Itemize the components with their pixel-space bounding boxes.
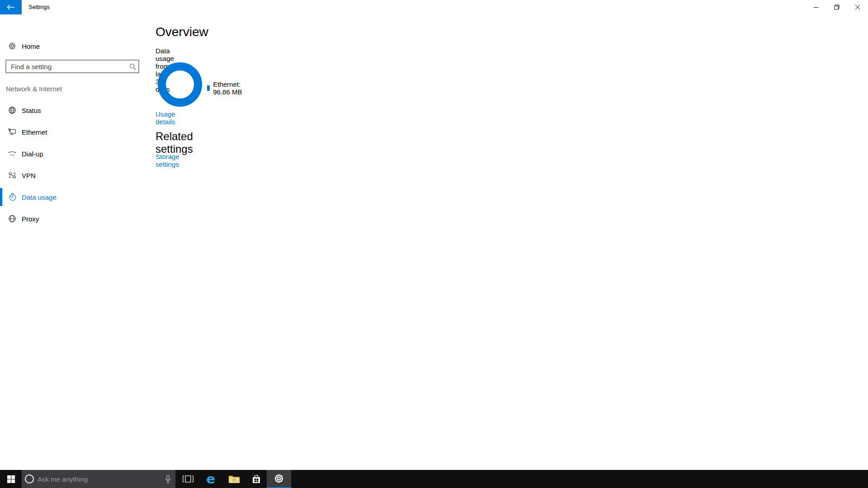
globe-icon <box>8 106 17 115</box>
pie-chart-icon <box>8 192 17 202</box>
sidebar-item-data-usage[interactable]: Data usage <box>0 187 145 207</box>
related-settings-heading: Related settings <box>156 130 193 155</box>
sidebar-item-label: Proxy <box>22 215 39 223</box>
back-button[interactable] <box>0 0 22 14</box>
legend-label: Ethernet: 96.86 MB <box>213 80 243 96</box>
sidebar-item-label: Ethernet <box>22 128 47 136</box>
proxy-globe-icon <box>8 214 17 223</box>
back-arrow-icon <box>7 4 15 10</box>
windows-logo-icon <box>7 475 15 483</box>
edge-icon: e <box>206 473 215 486</box>
taskbar-search-placeholder: Ask me anything <box>38 475 160 483</box>
file-explorer-button[interactable] <box>222 470 246 488</box>
sidebar-item-label: Status <box>22 107 41 114</box>
data-usage-donut-chart <box>158 62 202 107</box>
sidebar-item-proxy[interactable]: Proxy <box>0 209 145 229</box>
title-bar: Settings <box>0 0 868 14</box>
usage-details-link[interactable]: Usage details <box>156 110 175 126</box>
sidebar-item-label: Data usage <box>22 193 57 201</box>
search-input[interactable] <box>6 63 127 70</box>
task-view-icon <box>183 475 193 483</box>
search-icon[interactable] <box>127 63 138 70</box>
sidebar-section-label: Network & Internet <box>6 85 62 93</box>
page-title: Overview <box>156 25 208 39</box>
sidebar-item-home[interactable]: Home <box>0 36 145 56</box>
gear-icon <box>8 42 17 51</box>
settings-sidebar: Home Network & Internet Status Ethernet <box>0 14 145 470</box>
microphone-icon[interactable] <box>160 470 175 488</box>
sidebar-item-label: Dial-up <box>22 150 43 158</box>
chart-legend: Ethernet: 96.86 MB <box>207 80 243 96</box>
minimize-icon <box>813 5 819 10</box>
vpn-icon <box>8 171 17 180</box>
start-button[interactable] <box>0 470 22 488</box>
sidebar-item-dialup[interactable]: Dial-up <box>0 144 145 164</box>
taskbar: Ask me anything e <box>0 470 868 488</box>
window-title: Settings <box>28 4 50 10</box>
sidebar-item-ethernet[interactable]: Ethernet <box>0 122 145 142</box>
close-icon <box>855 5 860 10</box>
store-button[interactable] <box>246 470 267 488</box>
sidebar-item-status[interactable]: Status <box>0 100 145 120</box>
task-view-button[interactable] <box>177 470 199 488</box>
cortana-search-box[interactable]: Ask me anything <box>22 470 175 488</box>
file-explorer-icon <box>228 474 240 483</box>
legend-swatch <box>207 85 210 91</box>
minimize-button[interactable] <box>806 0 826 14</box>
store-icon <box>251 474 261 484</box>
restore-button[interactable] <box>826 0 847 14</box>
settings-gear-icon <box>274 474 284 483</box>
cortana-icon <box>25 474 34 483</box>
edge-browser-button[interactable]: e <box>199 470 222 488</box>
ethernet-icon <box>8 127 17 136</box>
settings-app-button[interactable] <box>267 470 291 488</box>
restore-icon <box>834 5 840 10</box>
sidebar-item-label: Home <box>22 42 40 50</box>
settings-search-box[interactable] <box>5 60 139 73</box>
sidebar-item-vpn[interactable]: VPN <box>0 165 145 185</box>
storage-settings-link[interactable]: Storage settings <box>156 153 179 168</box>
sidebar-item-label: VPN <box>22 172 36 179</box>
dialup-phone-icon <box>8 149 17 158</box>
close-button[interactable] <box>847 0 868 14</box>
